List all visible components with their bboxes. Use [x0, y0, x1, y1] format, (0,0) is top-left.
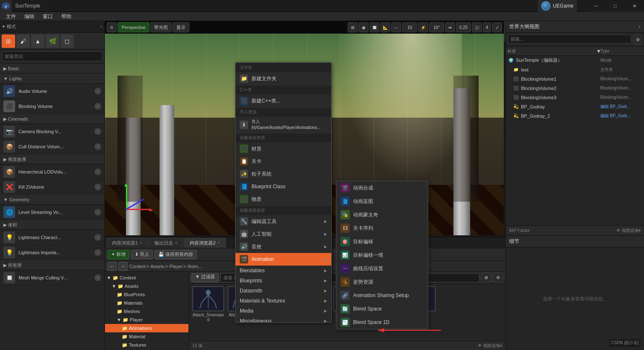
asset-sprinting[interactable]: Sprinting_WithWeapon [368, 286, 401, 322]
breadcrumb-content[interactable]: Content [129, 264, 146, 269]
tab-content-browser-1[interactable]: 内容浏览器1 ✕ [107, 238, 148, 248]
cm-ai[interactable]: 🤖 人工智能 ▶ [236, 228, 331, 240]
context-menu[interactable]: 文件夹 📁 新建文件夹 C++类 ⬛ 新建C++类... 导入资源 ⬇ 导入到/… [235, 62, 332, 323]
vp-tool-4[interactable]: 📐 [380, 22, 390, 32]
list-item[interactable]: 🔲 Mesh Merge Culling V... i [0, 270, 105, 285]
view-options-btn[interactable]: 👁 视图选项▾ [616, 228, 641, 234]
tree-item-player[interactable]: ▼ 📁 Player [105, 316, 188, 324]
vp-scale-val[interactable]: 0.25 [456, 22, 471, 32]
tree-item-meshes[interactable]: 📁 Meshes [105, 307, 188, 316]
item-info-hlod[interactable]: i [94, 168, 101, 175]
outliner-item-test[interactable]: 📁 test 文件夹 [506, 65, 644, 74]
cm-editor-tools[interactable]: 🔧 编辑器工具 ▶ [236, 215, 331, 228]
section-basic[interactable]: ▶ Basic [0, 63, 105, 74]
item-info-meshmerge[interactable]: i [94, 274, 101, 281]
menu-window[interactable]: 窗口 [39, 12, 57, 21]
list-item[interactable]: 🔊 Audio Volume i [0, 84, 105, 99]
vp-show-btn[interactable]: 显示 [173, 22, 189, 32]
item-info-camera[interactable]: i [94, 128, 101, 135]
cm-level[interactable]: 📋 关卡 [236, 155, 331, 168]
section-cinematic[interactable]: ▶ Cinematic [0, 114, 105, 124]
vp-tool-1[interactable]: ⊞ [348, 22, 358, 32]
tab-content-browser-2[interactable]: 内容浏览器2 ✕ [184, 238, 226, 248]
cm-materials-textures[interactable]: Materials & Textures ▶ [236, 296, 331, 306]
cm-material[interactable]: ⬛ 材质 [236, 142, 331, 155]
search-input[interactable] [2, 51, 103, 61]
tool-foliage[interactable]: 🌿 [46, 34, 59, 48]
tab-close-2[interactable]: ✕ [175, 241, 178, 245]
assets-settings-btn[interactable]: ⚙ [493, 273, 503, 283]
item-info-cull[interactable]: i [94, 143, 101, 150]
vp-maximize[interactable]: ⤢ [492, 22, 502, 32]
tool-placement[interactable]: ⊞ [2, 34, 15, 48]
assets-view-btn[interactable]: ⊞ [481, 273, 491, 283]
vp-tool-3[interactable]: 🔲 [369, 22, 380, 32]
assets-view-options[interactable]: 👁 视图选项▾ [478, 343, 502, 349]
breadcrumb-assets[interactable]: Assets [151, 264, 165, 269]
modes-close[interactable]: ✕ [99, 24, 103, 29]
cm-material2[interactable]: ⬛ 物质 [236, 193, 331, 205]
asset-attack-down[interactable]: Attack_Downward [191, 286, 225, 322]
cm-new-cpp[interactable]: ⬛ 新建C++类... [236, 95, 331, 107]
outliner-item-bv2[interactable]: ⬛ BlockingVolume2 BlockingVolum... [506, 84, 644, 93]
tab-output-log[interactable]: 输出日志 ✕ [149, 238, 183, 248]
vp-grid-size[interactable]: 10 [402, 22, 417, 32]
list-item[interactable]: ❌ Kill ZVolume i [0, 179, 105, 195]
outliner-item-bv1[interactable]: ⬛ BlockingVolume1 BlockingVolum... [506, 74, 644, 84]
filter-button[interactable]: ▼ 过滤器 [191, 273, 219, 282]
outliner-item-bv3[interactable]: ⬛ BlockingVolume3 BlockingVolum... [506, 93, 644, 102]
vp-cam-val[interactable]: 4 [483, 22, 491, 32]
tab-close-3[interactable]: ✕ [217, 241, 220, 245]
cm-media[interactable]: Media ▶ [236, 306, 331, 316]
outliner-options[interactable]: ▾ [639, 24, 641, 29]
vp-tool-5[interactable]: ↔ [391, 22, 401, 32]
list-item[interactable]: 📦 Hierarchical LODVolu... i [0, 164, 105, 179]
tree-item-content[interactable]: ▼ 📁 Content [105, 274, 188, 282]
outliner-search-input[interactable] [508, 34, 631, 44]
cm-datasmith[interactable]: Datasmith ▶ [236, 286, 331, 296]
cm-import[interactable]: ⬇ 导入到/Game/Assets/Player/Animations... [236, 117, 331, 133]
tool-geometry[interactable]: ◻ [60, 34, 74, 48]
vp-menu-btn[interactable]: ≡ [107, 22, 117, 32]
section-volume[interactable]: ▶ 体积 [0, 220, 105, 230]
tree-item-textures-player[interactable]: 📁 Textures [105, 341, 188, 349]
menu-file[interactable]: 文件 [2, 12, 20, 21]
section-all[interactable]: ▶ 所有类 [0, 260, 105, 270]
item-info-audio[interactable]: i [94, 88, 101, 95]
nav-forward[interactable]: → [118, 262, 128, 271]
cm-new-folder[interactable]: 📁 新建文件夹 [236, 72, 331, 85]
tool-landscape[interactable]: ▲ [31, 34, 45, 48]
section-geometry[interactable]: ▼ Geometry [0, 195, 105, 205]
item-info-lightmass-char[interactable]: i [94, 234, 101, 241]
section-visual[interactable]: ▶ 视觉效果 [0, 154, 105, 164]
tree-item-materials[interactable]: 📁 Materials [105, 299, 188, 307]
item-info-lightmass-imp[interactable]: i [94, 249, 101, 256]
vp-snap[interactable]: ⚡ [418, 22, 428, 32]
list-item[interactable]: 💡 Lightmass Importa... i [0, 245, 105, 260]
tree-item-animations[interactable]: 📁 Animations [105, 324, 188, 332]
item-info-levelstream[interactable]: i [94, 209, 101, 216]
tree-item-assets[interactable]: ▼ 📁 Assets [105, 282, 188, 290]
tree-item-blueprints[interactable]: 📁 BluePrints [105, 290, 188, 299]
tool-paint[interactable]: 🖌 [16, 34, 30, 48]
list-item[interactable]: 🌐 Level Streaming Vo... i [0, 205, 105, 220]
section-lights[interactable]: ▼ Lights [0, 74, 105, 84]
menu-help[interactable]: 帮助 [57, 12, 76, 21]
list-item[interactable]: 📦 Cull Distance Volum... i [0, 139, 105, 154]
outliner-item-godray2[interactable]: 💫 BP_Godray_2 编辑 BP_Godr... [506, 111, 644, 121]
close-button[interactable]: ✕ [625, 0, 644, 12]
list-item[interactable]: ⬛ Blocking Volume i [0, 99, 105, 114]
save-all-button[interactable]: 💾 保存所有内容 [154, 250, 197, 259]
cm-blueprints[interactable]: Blueprints ▶ [236, 276, 331, 286]
cm-blueprint-class[interactable]: 📘 Blueprint Class [236, 180, 331, 193]
item-info-killz[interactable]: i [94, 184, 101, 190]
tab-close-1[interactable]: ✕ [139, 241, 143, 245]
import-button[interactable]: ⬇ 导入 [131, 250, 153, 259]
list-item[interactable]: 📷 Camera Blocking V... i [0, 124, 105, 139]
vp-cam-speed[interactable]: 🎥 [472, 22, 482, 32]
vp-scale[interactable]: ⇹ [445, 22, 455, 32]
minimize-button[interactable]: ─ [586, 0, 605, 12]
asset-walking[interactable]: Walking [403, 286, 437, 317]
cm-blendables[interactable]: Blendables ▶ [236, 266, 331, 276]
breadcrumb-anim[interactable]: Anim... [188, 264, 202, 269]
